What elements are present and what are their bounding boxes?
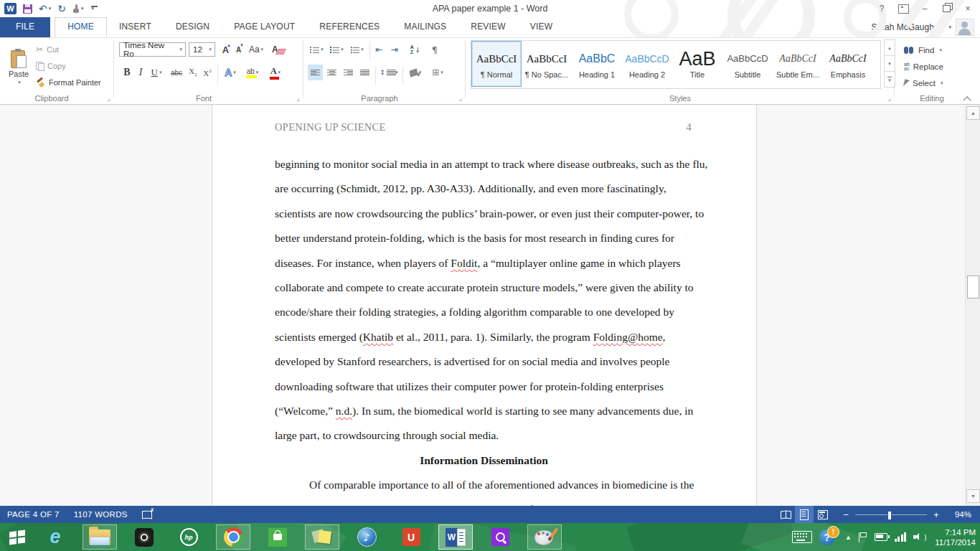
paragraph-dialog-launcher[interactable]: ⌟	[458, 95, 462, 102]
style-item-heading-2[interactable]: AaBbCcDHeading 2	[622, 41, 672, 87]
align-right-button[interactable]	[341, 65, 356, 80]
read-mode-button[interactable]	[776, 506, 795, 523]
tab-design[interactable]: DESIGN	[164, 17, 222, 37]
find-button[interactable]: Find▾	[904, 43, 942, 57]
tab-insert[interactable]: INSERT	[107, 17, 164, 37]
zoom-slider-thumb[interactable]	[887, 511, 892, 520]
clear-formatting-button[interactable]: A	[270, 42, 286, 57]
page-indicator[interactable]: PAGE 4 OF 7	[7, 510, 60, 519]
bullets-button[interactable]: ▾	[308, 42, 326, 57]
vertical-scrollbar[interactable]: ▲ ▼	[965, 105, 980, 506]
help-button[interactable]: ?	[872, 1, 891, 16]
ribbon-display-options-button[interactable]	[894, 1, 913, 16]
multilevel-list-button[interactable]: ▾	[348, 42, 366, 57]
tab-file[interactable]: FILE	[0, 17, 50, 37]
borders-button[interactable]: ⊞▾	[428, 65, 448, 80]
taskbar-search-app[interactable]	[478, 523, 522, 551]
cut-button[interactable]: ✂ Cut	[36, 42, 59, 57]
zoom-level[interactable]: 94%	[946, 510, 971, 519]
start-button[interactable]	[0, 523, 34, 551]
redo-icon[interactable]: ↻	[57, 1, 66, 16]
taskbar-webcam-app[interactable]	[122, 523, 166, 551]
replace-button[interactable]: abac Replace	[904, 60, 943, 74]
save-icon[interactable]	[23, 1, 32, 16]
taskbar-chrome[interactable]	[211, 523, 255, 551]
clipboard-dialog-launcher[interactable]: ⌟	[107, 95, 110, 102]
style-item-emphasis[interactable]: AaBbCcIEmphasis	[823, 41, 873, 87]
sort-button[interactable]: AZ↓	[406, 42, 425, 57]
style-item-normal[interactable]: AaBbCcI¶ Normal	[471, 41, 522, 87]
zoom-slider[interactable]	[855, 514, 927, 515]
font-name-combobox[interactable]: Times New Ro▾	[119, 42, 186, 57]
styles-scroll-down-button[interactable]: ▼	[884, 55, 895, 72]
taskbar-internet-explorer[interactable]: e	[33, 523, 77, 551]
shading-button[interactable]: ▾	[405, 65, 425, 80]
close-button[interactable]: ×	[958, 1, 977, 16]
style-item-no-spac[interactable]: AaBbCcI¶ No Spac...	[522, 41, 572, 87]
tab-view[interactable]: VIEW	[518, 17, 565, 37]
scroll-down-button[interactable]: ▼	[966, 489, 980, 503]
speaker-icon[interactable]	[913, 532, 925, 542]
format-painter-button[interactable]: Format Painter	[36, 75, 101, 90]
styles-scroll-up-button[interactable]: ▲	[884, 39, 895, 56]
style-item-subtle-em[interactable]: AaBbCcISubtle Em...	[773, 41, 823, 87]
scroll-up-button[interactable]: ▲	[966, 106, 980, 120]
document-page[interactable]: OPENING UP SCIENCE 4 beginning to monito…	[212, 105, 757, 506]
grow-font-button[interactable]: A▲	[220, 42, 232, 57]
customize-qat-icon[interactable]	[90, 1, 99, 16]
taskbar-file-explorer[interactable]	[77, 523, 122, 551]
taskbar-word[interactable]: W	[433, 523, 478, 551]
hp-support-assistant-icon[interactable]: ? !	[819, 528, 838, 547]
numbering-button[interactable]: ▾	[328, 42, 346, 57]
minimize-button[interactable]: –	[915, 1, 934, 16]
taskbar-sticky-notes[interactable]	[300, 523, 344, 551]
battery-icon[interactable]	[875, 533, 887, 541]
touch-keyboard-icon[interactable]	[792, 531, 812, 543]
select-button[interactable]: Select▾	[904, 76, 943, 90]
text-effects-button[interactable]: A▾	[221, 65, 240, 80]
tab-page-layout[interactable]: PAGE LAYOUT	[222, 17, 307, 37]
taskbar-itunes[interactable]: ♪	[344, 523, 389, 551]
proofing-status-icon[interactable]: ✗	[142, 510, 153, 519]
shrink-font-button[interactable]: A▼	[233, 42, 244, 57]
undo-icon[interactable]: ↶▾	[39, 1, 51, 16]
style-item-subtitle[interactable]: AaBbCcDSubtitle	[722, 41, 773, 87]
decrease-indent-button[interactable]: ⇤	[372, 42, 386, 57]
font-color-button[interactable]: A▾	[266, 65, 285, 80]
tab-review[interactable]: REVIEW	[458, 17, 518, 37]
web-layout-button[interactable]	[814, 506, 832, 523]
line-spacing-button[interactable]: ↕▾	[378, 65, 400, 80]
taskbar-paint[interactable]	[522, 523, 567, 551]
taskbar-red-app[interactable]: U	[389, 523, 433, 551]
strikethrough-button[interactable]: abc	[168, 65, 185, 80]
style-item-heading-1[interactable]: AaBbCHeading 1	[572, 41, 622, 87]
show-hide-marks-button[interactable]: ¶	[428, 42, 442, 57]
taskbar-clock[interactable]: 7:14 PM 11/17/2014	[932, 527, 976, 547]
underline-button[interactable]: U▾	[148, 65, 165, 80]
restore-button[interactable]	[937, 1, 956, 16]
touch-mode-icon[interactable]: ▾	[72, 1, 84, 16]
action-center-flag-icon[interactable]	[859, 532, 867, 542]
zoom-out-button[interactable]: −	[842, 509, 849, 520]
subscript-button[interactable]: X2	[187, 65, 199, 80]
styles-more-button[interactable]: ▼	[884, 71, 895, 88]
copy-button[interactable]: Copy	[36, 59, 66, 73]
font-size-combobox[interactable]: 12▾	[189, 42, 215, 57]
font-dialog-launcher[interactable]: ⌟	[296, 95, 300, 102]
show-hidden-icons-button[interactable]: ▲	[845, 534, 852, 541]
scrollbar-thumb[interactable]	[967, 276, 979, 298]
align-center-button[interactable]	[324, 65, 339, 80]
bold-button[interactable]: B	[121, 65, 133, 80]
tab-home[interactable]: HOME	[55, 17, 107, 37]
change-case-button[interactable]: Aa▾	[247, 42, 265, 57]
align-left-button[interactable]	[308, 65, 323, 80]
word-count[interactable]: 1107 WORDS	[74, 510, 128, 519]
tab-references[interactable]: REFERENCES	[307, 17, 392, 37]
account-menu[interactable]: Sarah McGaughey ▾	[871, 17, 974, 37]
print-layout-button[interactable]	[795, 506, 814, 523]
style-item-title[interactable]: AaBTitle	[672, 41, 722, 87]
justify-button[interactable]	[357, 65, 372, 80]
collapse-ribbon-button[interactable]	[964, 95, 971, 102]
taskbar-hp-app[interactable]: hp	[166, 523, 211, 551]
zoom-in-button[interactable]: +	[933, 509, 940, 520]
